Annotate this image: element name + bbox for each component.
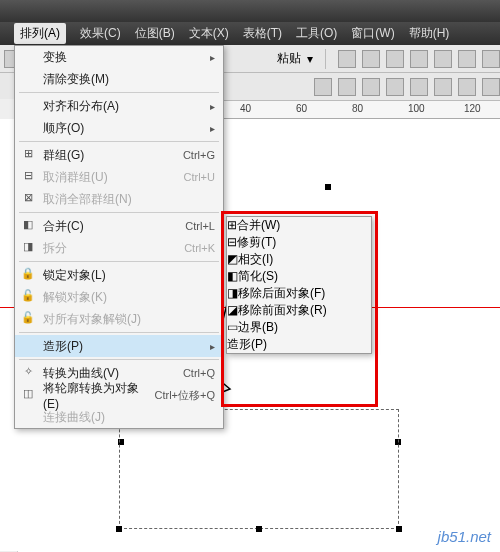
arrange-menu-item: 🔓解锁对象(K) (15, 286, 223, 308)
watermark: jb51.net (435, 527, 494, 546)
shape-tool-icon[interactable] (362, 50, 380, 68)
menu-bitmap[interactable]: 位图(B) (135, 25, 175, 42)
menu-item-shortcut: Ctrl+Q (183, 367, 215, 379)
menu-separator (19, 141, 219, 142)
arrange-menu-item: ◨拆分Ctrl+K (15, 237, 223, 259)
arrange-menu-item: ⊟取消群组(U)Ctrl+U (15, 166, 223, 188)
menu-arrange[interactable]: 排列(A) (14, 23, 66, 44)
ruler-tick: 40 (240, 103, 251, 114)
menu-item-icon: ◪ (227, 303, 238, 317)
menu-item-icon: ◧ (227, 269, 238, 283)
selection-handle[interactable] (325, 184, 331, 190)
shaping-submenu-item[interactable]: ◩相交(I) (227, 251, 371, 268)
submenu-arrow-icon: ▸ (210, 341, 215, 352)
shape-tool-icon[interactable] (338, 50, 356, 68)
shaping-submenu-item[interactable]: ◪移除前面对象(R) (227, 302, 371, 319)
arrange-menu-dropdown: 变换▸清除变换(M)对齐和分布(A)▸顺序(O)▸⊞群组(G)Ctrl+G⊟取消… (14, 45, 224, 429)
menu-window[interactable]: 窗口(W) (351, 25, 394, 42)
dropdown-chevron-icon[interactable]: ▾ (307, 52, 313, 66)
arrange-menu-item[interactable]: 造形(P)▸ (15, 335, 223, 357)
menu-item-shortcut: Ctrl+L (185, 220, 215, 232)
menubar: 排列(A) 效果(C) 位图(B) 文本(X) 表格(T) 工具(O) 窗口(W… (0, 22, 500, 45)
shaping-submenu-item[interactable]: ◧简化(S) (227, 268, 371, 285)
arrange-menu-item: 🔓对所有对象解锁(J) (15, 308, 223, 330)
arrange-menu-item[interactable]: ◫将轮廓转换为对象(E)Ctrl+位移+Q (15, 384, 223, 406)
menu-help[interactable]: 帮助(H) (409, 25, 450, 42)
menu-item-icon (19, 71, 37, 87)
menu-item-shortcut: Ctrl+K (184, 242, 215, 254)
menu-item-icon: ◫ (19, 387, 37, 403)
menu-item-icon: ◧ (19, 218, 37, 234)
menu-item-label: 连接曲线(J) (43, 409, 215, 426)
menu-item-icon: 🔓 (19, 311, 37, 327)
shaping-submenu-item[interactable]: ⊞合并(W) (227, 217, 371, 234)
menu-item-label: 造形(P) (43, 338, 204, 355)
menu-item-label: 对齐和分布(A) (43, 98, 204, 115)
menu-item-icon (19, 98, 37, 114)
align-tool-icon[interactable] (482, 78, 500, 96)
shape-tool-icon[interactable] (434, 50, 452, 68)
arrange-menu-item: 连接曲线(J) (15, 406, 223, 428)
menu-item-shortcut: Ctrl+G (183, 149, 215, 161)
submenu-arrow-icon: ▸ (210, 123, 215, 134)
menu-item-label: 群组(G) (43, 147, 183, 164)
selection-handle[interactable] (396, 526, 402, 532)
align-tool-icon[interactable] (458, 78, 476, 96)
menu-item-icon: ✧ (19, 365, 37, 381)
submenu-arrow-icon: ▸ (210, 52, 215, 63)
menu-item-icon: ▭ (227, 320, 238, 334)
menu-effects[interactable]: 效果(C) (80, 25, 121, 42)
shaping-submenu-item[interactable]: ⊟修剪(T) (227, 234, 371, 251)
menu-separator (19, 212, 219, 213)
selection-handle[interactable] (116, 526, 122, 532)
menu-tools[interactable]: 工具(O) (296, 25, 337, 42)
shaping-submenu-item[interactable]: ▭边界(B) (227, 319, 371, 336)
arrange-menu-item[interactable]: 对齐和分布(A)▸ (15, 95, 223, 117)
align-tool-icon[interactable] (410, 78, 428, 96)
shape-tool-icon[interactable] (482, 50, 500, 68)
menu-item-icon (19, 409, 37, 425)
menu-item-label: 清除变换(M) (43, 71, 215, 88)
menu-item-icon: ◨ (227, 286, 238, 300)
menu-text[interactable]: 文本(X) (189, 25, 229, 42)
menu-item-icon (19, 338, 37, 354)
menu-item-label: 对所有对象解锁(J) (43, 311, 215, 328)
arrange-menu-item[interactable]: ⊞群组(G)Ctrl+G (15, 144, 223, 166)
align-tool-icon[interactable] (314, 78, 332, 96)
selection-handle[interactable] (256, 526, 262, 532)
align-tool-icon[interactable] (434, 78, 452, 96)
menu-item-icon: ⊠ (19, 191, 37, 207)
menu-separator (19, 261, 219, 262)
menu-item-icon: 🔒 (19, 267, 37, 283)
align-tool-icon[interactable] (362, 78, 380, 96)
align-tool-icon[interactable] (386, 78, 404, 96)
align-tool-icon[interactable] (338, 78, 356, 96)
menu-separator (19, 92, 219, 93)
menu-item-label: 锁定对象(L) (43, 267, 215, 284)
ruler-tick: 60 (296, 103, 307, 114)
arrange-menu-item[interactable]: ◧合并(C)Ctrl+L (15, 215, 223, 237)
menu-item-label: 取消群组(U) (43, 169, 184, 186)
submenu-arrow-icon: ▸ (210, 101, 215, 112)
menu-item-label: 相交(I) (238, 252, 273, 266)
shape-tool-icon[interactable] (410, 50, 428, 68)
arrange-menu-item[interactable]: 顺序(O)▸ (15, 117, 223, 139)
shape-tool-icon[interactable] (386, 50, 404, 68)
ruler-tick: 80 (352, 103, 363, 114)
shape-tool-icon[interactable] (458, 50, 476, 68)
menu-item-icon: ⊟ (19, 169, 37, 185)
shaping-submenu: ⊞合并(W)⊟修剪(T)◩相交(I)◧简化(S)◨移除后面对象(F)◪移除前面对… (226, 216, 372, 354)
menu-item-icon: ⊟ (227, 235, 237, 249)
arrange-menu-item[interactable]: 清除变换(M) (15, 68, 223, 90)
menu-item-label: 简化(S) (238, 269, 278, 283)
ruler-tick: 120 (464, 103, 481, 114)
menu-item-icon: ◨ (19, 240, 37, 256)
paste-button[interactable]: 粘贴 (277, 50, 301, 67)
menu-item-label: 修剪(T) (237, 235, 276, 249)
shaping-submenu-item[interactable]: ◨移除后面对象(F) (227, 285, 371, 302)
menu-table[interactable]: 表格(T) (243, 25, 282, 42)
arrange-menu-item[interactable]: 🔒锁定对象(L) (15, 264, 223, 286)
shaping-submenu-item[interactable]: 造形(P) (227, 336, 371, 353)
menu-item-label: 合并(W) (237, 218, 280, 232)
arrange-menu-item[interactable]: 变换▸ (15, 46, 223, 68)
